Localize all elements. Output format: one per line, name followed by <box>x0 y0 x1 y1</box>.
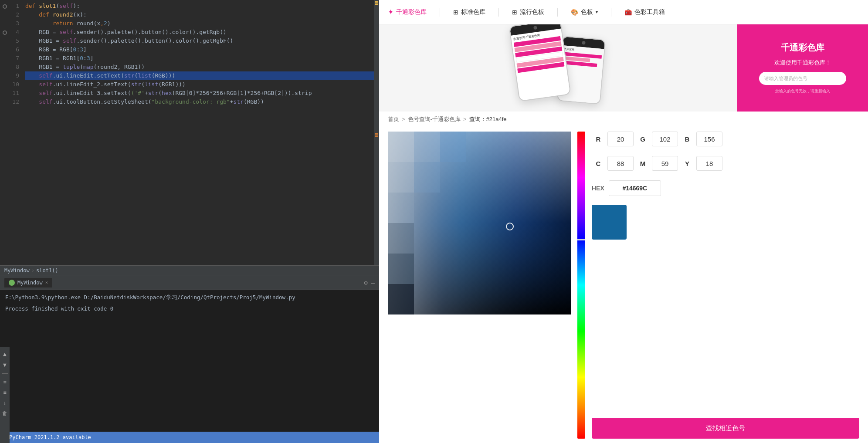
c-input[interactable] <box>607 156 634 171</box>
g-input[interactable] <box>652 132 678 146</box>
y-label: Y <box>681 160 694 167</box>
svg-rect-6 <box>388 162 414 193</box>
nav-item-tools[interactable]: 🧰 色彩工具箱 <box>624 8 665 16</box>
minimize-icon[interactable]: — <box>371 279 375 286</box>
terminal-output: Process finished with exit code 0 <box>5 305 374 313</box>
m-label: M <box>636 160 649 167</box>
svg-rect-9 <box>388 223 414 254</box>
g-label: G <box>636 135 649 143</box>
scrollbar-marker-1 <box>375 1 378 3</box>
hue-color-strip[interactable] <box>577 132 585 439</box>
nav-divider-3 <box>557 8 558 17</box>
color-picker-area: R G B C M Y HEX <box>379 127 868 443</box>
banner-search-input[interactable]: 请输入管理员的色号 <box>759 72 846 85</box>
nav-label-qiantong: 千通彩色库 <box>396 8 427 16</box>
arrow-up-icon[interactable]: ▲ <box>3 351 7 357</box>
color-info-panel: R G B C M Y HEX <box>592 132 859 439</box>
website-header: ✦ 千通彩色库 ⊞ 标准色库 ⊞ 流行色板 🎨 色板 ▾ 🧰 色彩工具箱 <box>379 0 868 24</box>
standard-icon: ⊞ <box>453 9 458 16</box>
web-breadcrumb: 首页 > 色号查询-千通彩色库 > 查询：#21a4fe <box>379 112 868 127</box>
svg-rect-4 <box>414 132 440 162</box>
list2-icon[interactable]: ≡ <box>3 389 6 396</box>
scrollbar-marker-2 <box>375 3 378 5</box>
find-similar-button[interactable]: 查找相近色号 <box>592 418 859 439</box>
code-editor[interactable]: 1 2 3 4 5 6 7 8 9 10 11 12 def slot1(sel… <box>10 0 379 265</box>
line-numbers: 1 2 3 4 5 6 7 8 9 10 11 12 <box>10 0 22 265</box>
code-line: RGB = self.sender().palette().button().c… <box>25 28 374 37</box>
code-content[interactable]: def slot1(self): def round2(x): return r… <box>22 0 374 265</box>
rgb-channels: R G B <box>592 132 859 146</box>
ide-gutter <box>0 0 10 265</box>
breadcrumb-section[interactable]: 色号查询-千通彩色库 <box>408 115 461 123</box>
svg-rect-10 <box>388 254 414 284</box>
code-line: self.ui.lineEdit_3.setText(('#'+str(hex(… <box>25 89 374 98</box>
banner-placeholder: 请输入管理员的色号 <box>764 75 807 82</box>
color-gradient-svg <box>388 132 571 314</box>
web-panel: ✦ 千通彩色库 ⊞ 标准色库 ⊞ 流行色板 🎨 色板 ▾ 🧰 色彩工具箱 <box>379 0 868 443</box>
gutter-marker <box>3 30 7 35</box>
r-input[interactable] <box>607 132 634 146</box>
trash-icon[interactable]: 🗑 <box>2 410 7 416</box>
arrow-down-icon[interactable]: ▼ <box>3 362 7 368</box>
m-input[interactable] <box>652 156 678 171</box>
terminal-tab[interactable]: MyWindow × <box>4 278 52 287</box>
hex-row: HEX <box>592 180 859 196</box>
code-line: def slot1(self): <box>25 2 374 10</box>
banner-right: 千通彩色库 欢迎使用千通彩色库！ 请输入管理员的色号 您输入的色号无效，请重新输… <box>737 24 868 112</box>
breadcrumb-sep-2: > <box>463 116 467 122</box>
terminal-close-button[interactable]: × <box>45 280 48 285</box>
toolbox-icon: 🧰 <box>624 9 632 16</box>
terminal-tab-icon <box>9 280 15 286</box>
banner-welcome: 欢迎使用千通彩色库！ <box>774 59 831 67</box>
scrollbar-marker-3 <box>375 133 378 135</box>
code-line: self.ui.toolButton.setStyleSheet("backgr… <box>25 98 374 106</box>
cmy-channels: C M Y <box>592 156 859 171</box>
code-line: RGB1 = self.sender().palette().button().… <box>25 37 374 45</box>
hex-input[interactable] <box>609 180 661 196</box>
terminal-panel: MyWindow × ⚙ — E:\Python3.9\python.exe D… <box>0 275 379 432</box>
y-input[interactable] <box>696 156 722 171</box>
breadcrumb-method: slot1() <box>36 267 58 274</box>
svg-rect-5 <box>440 132 466 162</box>
hex-label: HEX <box>592 185 604 192</box>
breadcrumb-home[interactable]: 首页 <box>388 115 399 123</box>
notification-text: PyCharm 2021.1.2 available <box>9 434 91 440</box>
banner-title: 千通彩色库 <box>781 42 824 54</box>
scrollbar-marker-4 <box>375 135 378 137</box>
svg-rect-11 <box>388 284 414 314</box>
nav-divider-4 <box>611 8 611 17</box>
color-preview-swatch <box>592 205 627 240</box>
banner-left: 欢迎使用千通彩色库 色库应用 <box>379 24 737 112</box>
ide-panel: 1 2 3 4 5 6 7 8 9 10 11 12 def slot1(sel… <box>0 0 379 443</box>
nav-label-standard: 标准色库 <box>461 8 485 16</box>
r-label: R <box>592 135 605 143</box>
breadcrumb-class: MyWindow <box>4 267 30 274</box>
settings-icon[interactable]: ⚙ <box>364 279 367 286</box>
color-gradient-canvas[interactable] <box>388 132 571 314</box>
terminal-tab-name: MyWindow <box>17 280 43 286</box>
ide-breadcrumb: MyWindow › slot1() <box>0 265 379 275</box>
terminal-command: E:\Python3.9\python.exe D:/BaiduNetdiskW… <box>5 294 374 301</box>
b-label: B <box>681 135 694 143</box>
list-icon[interactable]: ≡ <box>3 379 6 385</box>
b-input[interactable] <box>696 132 722 146</box>
scrollbar-track[interactable] <box>374 0 379 265</box>
terminal-header: MyWindow × ⚙ — <box>0 275 379 290</box>
nav-item-popular[interactable]: ⊞ 流行色板 <box>512 8 544 16</box>
banner-subtext: 您输入的色号无效，请重新输入 <box>775 88 830 94</box>
svg-rect-8 <box>388 193 414 223</box>
terminal-body: E:\Python3.9\python.exe D:/BaiduNetdiskW… <box>0 290 379 432</box>
download-icon[interactable]: ↓ <box>3 400 6 406</box>
breadcrumb-query: 查询：#21a4fe <box>469 115 507 123</box>
hue-indicator <box>577 239 585 240</box>
nav-label-tools: 色彩工具箱 <box>634 8 665 16</box>
popular-icon: ⊞ <box>512 9 517 16</box>
bottom-left-sidebar: ▲ ▼ ≡ ≡ ↓ 🗑 <box>0 347 10 443</box>
nav-item-palette[interactable]: 🎨 色板 ▾ <box>571 8 598 16</box>
nav-item-standard[interactable]: ⊞ 标准色库 <box>453 8 485 16</box>
phone-mockup-1: 欢迎使用千通彩色库 <box>509 24 571 101</box>
code-line-highlighted: self.ui.lineEdit.setText(str(list(RGB))) <box>25 71 374 80</box>
nav-item-qiantong[interactable]: ✦ 千通彩色库 <box>388 8 427 16</box>
code-line: def round2(x): <box>25 10 374 19</box>
gutter-marker <box>3 4 7 9</box>
